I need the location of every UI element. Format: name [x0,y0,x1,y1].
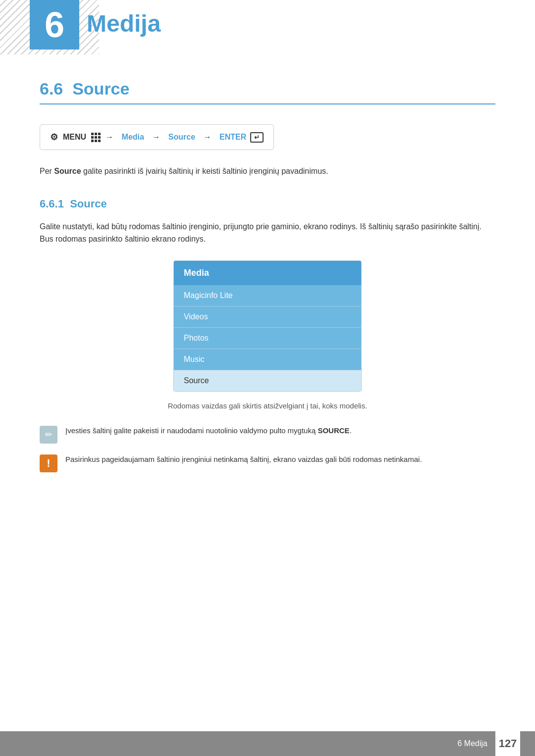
menu-settings-icon: ⚙ [50,132,58,143]
menu-item-videos[interactable]: Videos [174,306,361,328]
footer-text: 6 Medija [458,739,487,748]
main-content: 6.6 Source ⚙ MENU → Media → Source → ENT… [0,69,535,472]
menu-label: MENU [63,133,86,142]
page-footer: 6 Medija 127 [0,731,535,756]
menu-item-photos[interactable]: Photos [174,328,361,349]
arrow1: → [106,133,113,142]
menu-item-music[interactable]: Music [174,349,361,370]
note-row-warning: Pasirinkus pageidaujamam šaltinio įrengi… [40,454,495,472]
menu-path-box: ⚙ MENU → Media → Source → ENTER ↵ [40,124,274,150]
page-header: 6 Medija [0,0,535,54]
page-number: 127 [495,731,520,756]
menu-item-source[interactable]: Source [174,370,361,391]
chapter-number-box: 6 [30,0,79,50]
grid-icon [91,133,101,142]
path-media: Media [122,133,144,142]
note-row-pencil: Įvesties šaltinį galite pakeisti ir naud… [40,425,495,444]
menu-item-magicinfo[interactable]: Magicinfo Lite [174,285,361,306]
source-bold: Source [54,167,81,175]
menu-panel-header: Media [174,261,361,285]
pencil-icon [40,426,57,444]
subsection-description: Galite nustatyti, kad būtų rodomas šalti… [40,220,495,246]
note-text-warning: Pasirinkus pageidaujamam šaltinio įrengi… [65,454,495,465]
menu-caption: Rodomas vaizdas gali skirtis atsižvelgia… [40,402,495,410]
section-title: 6.6 Source [40,69,495,104]
path-source: Source [168,133,195,142]
notes-section: Įvesties šaltinį galite pakeisti ir naud… [40,425,495,472]
chapter-title: Medija [87,10,160,37]
menu-panel-container: Media Magicinfo Lite Videos Photos Music… [40,260,495,392]
subsection-title: 6.6.1 Source [40,198,495,210]
chapter-number: 6 [45,7,64,43]
path-enter-label: ENTER [219,133,246,142]
enter-icon: ↵ [250,132,264,143]
note-text-pencil: Įvesties šaltinį galite pakeisti ir naud… [65,425,495,437]
arrow3: → [204,133,212,142]
arrow2: → [152,133,160,142]
section-description: Per Source galite pasirinkti iš įvairių … [40,165,495,178]
warning-icon [40,454,57,472]
media-menu-panel: Media Magicinfo Lite Videos Photos Music… [173,260,362,392]
